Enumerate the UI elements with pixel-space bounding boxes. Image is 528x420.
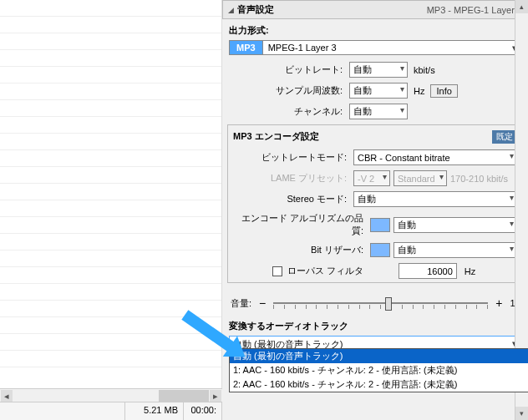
algo-color-swatch xyxy=(370,218,390,232)
panel-title: 音声設定 xyxy=(237,3,274,16)
stereo-mode-select[interactable]: 自動 xyxy=(353,191,517,207)
volume-minus[interactable]: − xyxy=(256,296,268,310)
track-option-2[interactable]: 2: AAC - 160 kbit/s - チャンネル: 2 - 使用言語: (… xyxy=(230,377,528,392)
lowpass-label: ローパス フィルタ xyxy=(287,265,363,277)
collapse-icon: ◢ xyxy=(228,6,234,14)
algo-quality-label: エンコード アルゴリズムの品質: xyxy=(233,212,367,237)
track-option-auto[interactable]: 自動 (最初の音声トラック) xyxy=(230,349,528,363)
lame-preset-v: -V 2 xyxy=(353,170,390,186)
horizontal-scrollbar[interactable]: ◂ ▸ xyxy=(0,388,222,402)
output-format-label: 出力形式: xyxy=(229,24,521,37)
channel-label: チャンネル: xyxy=(229,105,346,118)
status-bar: 5.21 MB 00:00: xyxy=(0,402,222,420)
bitrate-mode-label: ビットレートモード: xyxy=(233,151,350,164)
audio-track-label: 変換するオーディオトラック xyxy=(229,320,521,332)
default-badge[interactable]: 既定 xyxy=(492,130,517,144)
bitrate-label: ビットレート: xyxy=(229,63,346,76)
total-size: 5.21 MB xyxy=(125,402,184,420)
encoder-group-title: MP3 エンコーダ設定 xyxy=(233,130,319,143)
file-list-panel: ◂ ▸ 5.21 MB 00:00: xyxy=(0,0,222,420)
stereo-mode-label: Stereo モード: xyxy=(233,193,350,205)
info-button[interactable]: Info xyxy=(430,84,457,98)
samplerate-select[interactable]: 自動 xyxy=(349,83,408,99)
audio-track-dropdown: 自動 (最初の音声トラック) 1: AAC - 160 kbit/s - チャン… xyxy=(229,348,528,392)
volume-slider[interactable] xyxy=(273,295,488,311)
bitrate-mode-select[interactable]: CBR - Constant bitrate xyxy=(353,149,517,165)
lowpass-unit: Hz xyxy=(462,266,478,276)
volume-label: 音量: xyxy=(231,297,251,310)
encoder-group: MP3 エンコーダ設定 既定 ビットレートモード: CBR - Constant… xyxy=(227,124,523,283)
format-badge: MP3 xyxy=(229,40,263,55)
panel-subtitle: MP3 - MPEG-1 Layer 3 xyxy=(427,5,522,15)
channel-select[interactable]: 自動 xyxy=(349,104,408,119)
bit-reserve-select[interactable]: 自動 xyxy=(393,242,517,258)
track-option-1[interactable]: 1: AAC - 160 kbit/s - チャンネル: 2 - 使用言語: (… xyxy=(230,363,528,377)
lame-preset-range: 170-210 kbit/s xyxy=(450,174,508,184)
section-header[interactable]: ◢ 音声設定 MP3 - MPEG-1 Layer 3 xyxy=(222,0,528,19)
total-time: 00:00: xyxy=(184,402,222,420)
algo-quality-select[interactable]: 自動 xyxy=(393,217,517,233)
lowpass-input[interactable] xyxy=(399,263,457,279)
volume-plus[interactable]: + xyxy=(493,296,505,310)
audio-settings-panel: ◢ 音声設定 MP3 - MPEG-1 Layer 3 出力形式: MP3 MP… xyxy=(222,0,528,420)
samplerate-unit: Hz xyxy=(411,86,427,96)
format-select[interactable]: MPEG-1 Layer 3 xyxy=(263,40,521,55)
bit-reserve-label: Bit リザーバ: xyxy=(233,244,367,256)
lame-preset-std: Standard xyxy=(393,170,447,186)
bitrate-select[interactable]: 自動 xyxy=(349,62,408,78)
lowpass-checkbox[interactable] xyxy=(272,266,282,276)
samplerate-label: サンプル周波数: xyxy=(229,84,346,97)
lame-preset-label: LAME プリセット: xyxy=(233,172,350,185)
bitrate-unit: kbit/s xyxy=(411,65,438,75)
reserve-color-swatch xyxy=(370,243,390,257)
